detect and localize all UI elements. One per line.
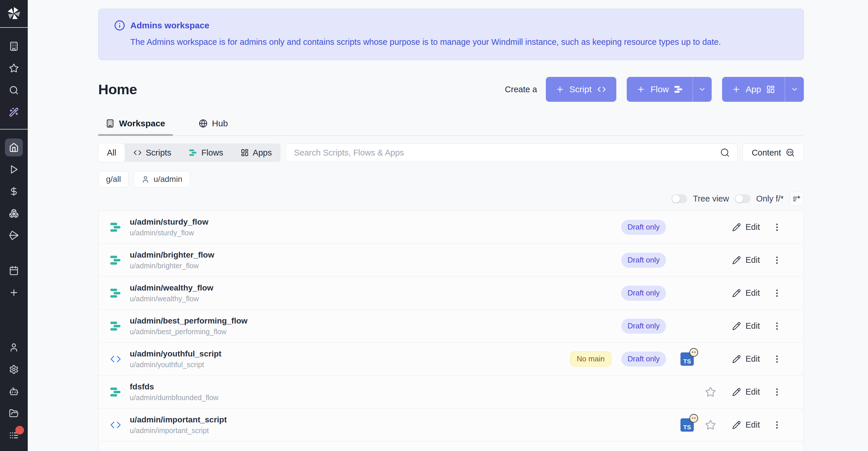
- segment-all[interactable]: All: [98, 143, 125, 162]
- kebab-menu-icon: [772, 354, 782, 364]
- language-slot: TS: [678, 353, 696, 366]
- row-actions: No mainDraft only TS Edit: [570, 352, 786, 367]
- create-app-button[interactable]: App: [722, 77, 785, 102]
- row-menu-button[interactable]: [768, 420, 786, 430]
- create-flow-dropdown[interactable]: [692, 77, 712, 102]
- edit-button[interactable]: Edit: [724, 255, 768, 265]
- favorite-star-icon[interactable]: [705, 420, 716, 430]
- kebab-menu-icon: [772, 288, 782, 298]
- item-title: u/admin/youthful_script: [130, 349, 221, 359]
- page-header: Home Create a Script Flow App: [98, 77, 804, 102]
- home-icon: [9, 143, 19, 152]
- table-row[interactable]: u/admin/wealthy_flow u/admin/wealthy_flo…: [98, 277, 804, 310]
- edit-button[interactable]: Edit: [724, 420, 768, 430]
- table-row[interactable]: u/admin/generous_flow Edit: [98, 442, 804, 451]
- item-path: u/admin/dumbfounded_flow: [130, 393, 218, 402]
- tabs: Workspace Hub: [98, 117, 804, 136]
- chip-g-all[interactable]: g/all: [98, 171, 129, 187]
- tree-view-toggle[interactable]: [672, 194, 687, 203]
- table-row[interactable]: u/admin/best_performing_flow u/admin/bes…: [98, 310, 804, 342]
- table-row[interactable]: u/admin/youthful_script u/admin/youthful…: [98, 342, 804, 375]
- edit-button[interactable]: Edit: [724, 321, 768, 331]
- search-icon[interactable]: [720, 148, 730, 157]
- flow-icon-slot: [109, 255, 122, 265]
- row-actions: Draft only Edit: [621, 285, 786, 301]
- row-actions: Draft only Edit: [621, 319, 786, 334]
- content-search-button[interactable]: Content: [743, 143, 804, 162]
- segment-scripts[interactable]: Scripts: [125, 143, 180, 162]
- star-slot: [696, 387, 724, 397]
- row-menu-button[interactable]: [768, 321, 786, 331]
- tab-hub[interactable]: Hub: [191, 117, 236, 135]
- item-path: u/admin/best_performing_flow: [130, 328, 248, 336]
- create-script-button-group: Script: [546, 77, 617, 102]
- script-icon-slot: [109, 420, 122, 430]
- chip-u-admin[interactable]: u/admin: [134, 171, 190, 187]
- row-main: u/admin/sturdy_flow u/admin/sturdy_flow: [98, 217, 621, 237]
- table-row[interactable]: u/admin/sturdy_flow u/admin/sturdy_flow …: [98, 211, 804, 244]
- sidebar-item-user[interactable]: [0, 336, 28, 359]
- building-icon: [106, 119, 115, 128]
- table-row[interactable]: u/admin/brighter_flow u/admin/brighter_f…: [98, 244, 804, 277]
- item-path: u/admin/sturdy_flow: [130, 229, 208, 237]
- create-flow-button[interactable]: Flow: [627, 77, 692, 102]
- tree-view-label: Tree view: [693, 194, 729, 204]
- only-f-toggle[interactable]: [735, 194, 750, 203]
- segment-apps[interactable]: Apps: [232, 143, 281, 162]
- sidebar-item-folders[interactable]: [0, 402, 28, 424]
- flow-icon-slot: [109, 222, 122, 232]
- windmill-logo[interactable]: [0, 0, 28, 28]
- item-title: u/admin/wealthy_flow: [130, 283, 213, 293]
- item-path: u/admin/wealthy_flow: [130, 295, 213, 303]
- sidebar-item-settings[interactable]: [0, 359, 28, 381]
- row-menu-button[interactable]: [768, 222, 786, 232]
- play-icon: [9, 164, 19, 174]
- sidebar: [0, 0, 28, 451]
- create-script-button[interactable]: Script: [546, 77, 617, 102]
- favorite-star-icon[interactable]: [705, 387, 716, 397]
- sidebar-item-logs[interactable]: [0, 424, 28, 446]
- item-title: u/admin/best_performing_flow: [130, 316, 248, 326]
- sidebar-item-home[interactable]: [0, 137, 28, 158]
- sidebar-item-workspace[interactable]: [0, 35, 28, 57]
- active-highlight: [5, 139, 23, 156]
- filter-plus-icon: [792, 194, 801, 203]
- row-main: fdsfds u/admin/dumbfounded_flow: [98, 382, 666, 402]
- sidebar-item-search[interactable]: [0, 79, 28, 101]
- sidebar-item-add[interactable]: [0, 281, 28, 304]
- sidebar-top-group: [0, 28, 28, 129]
- user-icon: [9, 342, 19, 353]
- extra-filter-button[interactable]: [789, 191, 804, 206]
- sidebar-item-triggers[interactable]: [0, 224, 28, 246]
- pencil-icon: [732, 289, 741, 298]
- user-icon: [142, 176, 149, 183]
- sidebar-item-ai[interactable]: [0, 101, 28, 123]
- tab-workspace[interactable]: Workspace: [98, 117, 173, 135]
- sidebar-item-workers[interactable]: [0, 381, 28, 402]
- row-menu-button[interactable]: [768, 354, 786, 364]
- edit-button[interactable]: Edit: [724, 288, 768, 298]
- row-menu-button[interactable]: [768, 288, 786, 298]
- type-segmented-control: All Scripts Flows Apps: [98, 143, 281, 162]
- badge-group: Draft only: [621, 285, 666, 301]
- sidebar-item-favorites[interactable]: [0, 57, 28, 79]
- sidebar-item-runs[interactable]: [0, 158, 28, 180]
- owner-chips: g/all u/admin: [98, 171, 804, 187]
- edit-button[interactable]: Edit: [724, 222, 768, 232]
- pencil-icon: [732, 256, 741, 265]
- sidebar-item-schedules[interactable]: [0, 260, 28, 281]
- table-row[interactable]: fdsfds u/admin/dumbfounded_flow Edit: [98, 375, 804, 409]
- row-menu-button[interactable]: [768, 255, 786, 265]
- search-input[interactable]: [286, 143, 738, 162]
- item-title: u/admin/sturdy_flow: [130, 217, 208, 227]
- table-row[interactable]: u/admin/important_script u/admin/importa…: [98, 409, 804, 442]
- segment-flows[interactable]: Flows: [180, 143, 232, 162]
- row-menu-button[interactable]: [768, 387, 786, 397]
- edit-button[interactable]: Edit: [724, 387, 768, 397]
- sidebar-item-variables[interactable]: [0, 180, 28, 202]
- create-app-dropdown[interactable]: [785, 77, 804, 102]
- sidebar-item-resources[interactable]: [0, 202, 28, 224]
- edit-button[interactable]: Edit: [724, 354, 768, 364]
- filter-bar: All Scripts Flows Apps Content: [98, 143, 804, 162]
- row-main: u/admin/wealthy_flow u/admin/wealthy_flo…: [98, 283, 621, 303]
